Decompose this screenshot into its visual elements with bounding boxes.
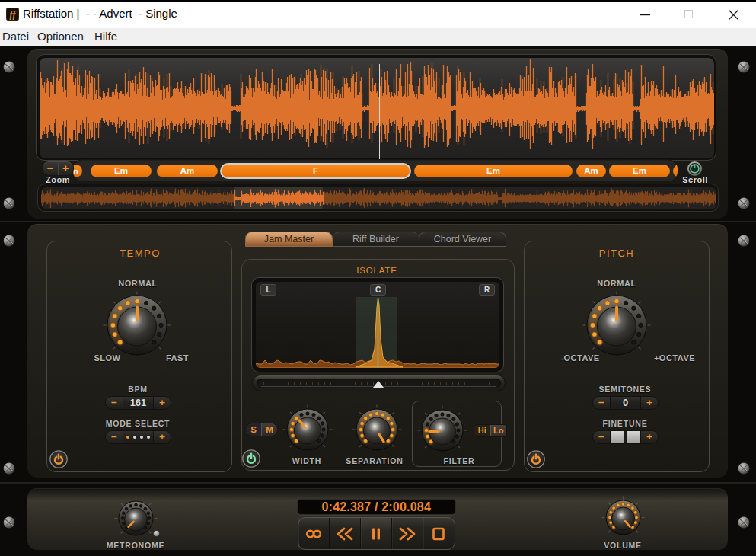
- svg-text:ff: ff: [10, 9, 17, 20]
